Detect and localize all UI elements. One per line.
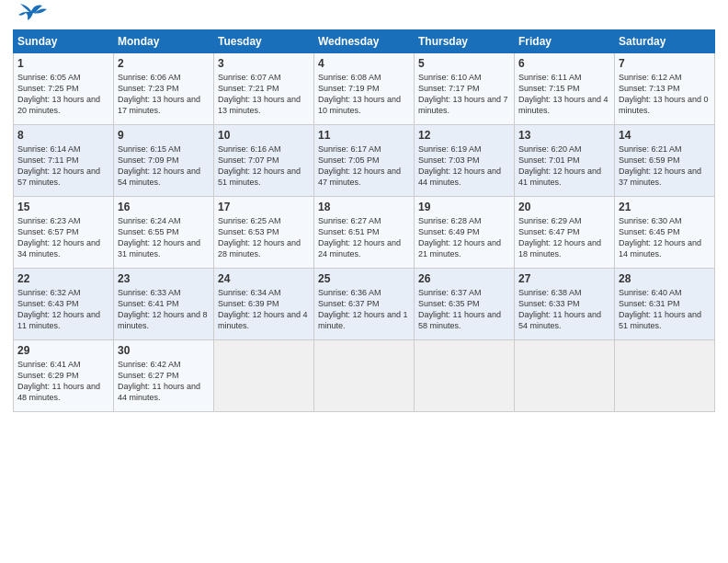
calendar-cell: 9Sunrise: 6:15 AMSunset: 7:09 PMDaylight… [114, 125, 214, 197]
day-number: 24 [218, 272, 310, 285]
calendar-cell: 17Sunrise: 6:25 AMSunset: 6:53 PMDayligh… [214, 197, 314, 269]
day-number: 28 [619, 272, 711, 285]
cell-text: Sunrise: 6:28 AMSunset: 6:49 PMDaylight:… [418, 216, 501, 259]
day-number: 15 [17, 201, 109, 213]
cell-text: Sunrise: 6:40 AMSunset: 6:31 PMDaylight:… [619, 288, 701, 330]
day-number: 21 [619, 201, 711, 213]
day-number: 4 [318, 57, 410, 70]
day-number: 16 [118, 201, 210, 213]
day-number: 25 [318, 272, 410, 285]
cell-text: Sunrise: 6:25 AMSunset: 6:53 PMDaylight:… [218, 216, 301, 259]
calendar-cell [314, 340, 415, 412]
day-number: 12 [418, 129, 510, 142]
calendar-cell: 2Sunrise: 6:06 AMSunset: 7:23 PMDaylight… [114, 53, 214, 125]
calendar-cell: 19Sunrise: 6:28 AMSunset: 6:49 PMDayligh… [415, 197, 515, 269]
header [13, 9, 715, 22]
calendar-cell: 14Sunrise: 6:21 AMSunset: 6:59 PMDayligh… [615, 125, 715, 197]
week-row-4: 22Sunrise: 6:32 AMSunset: 6:43 PMDayligh… [14, 269, 715, 340]
col-header-wednesday: Wednesday [314, 30, 415, 53]
calendar-cell: 5Sunrise: 6:10 AMSunset: 7:17 PMDaylight… [415, 53, 515, 125]
cell-text: Sunrise: 6:33 AMSunset: 6:41 PMDaylight:… [118, 288, 208, 330]
calendar-cell: 11Sunrise: 6:17 AMSunset: 7:05 PMDayligh… [314, 125, 415, 197]
week-row-3: 15Sunrise: 6:23 AMSunset: 6:57 PMDayligh… [14, 197, 715, 269]
calendar-cell [515, 340, 615, 412]
calendar-cell: 30Sunrise: 6:42 AMSunset: 6:27 PMDayligh… [114, 340, 214, 412]
cell-text: Sunrise: 6:17 AMSunset: 7:05 PMDaylight:… [318, 144, 401, 187]
day-number: 13 [518, 129, 610, 142]
day-number: 30 [118, 344, 210, 357]
calendar-cell: 10Sunrise: 6:16 AMSunset: 7:07 PMDayligh… [214, 125, 314, 197]
day-number: 14 [619, 129, 711, 142]
cell-text: Sunrise: 6:29 AMSunset: 6:47 PMDaylight:… [518, 216, 601, 259]
calendar-cell: 18Sunrise: 6:27 AMSunset: 6:51 PMDayligh… [314, 197, 415, 269]
day-number: 22 [17, 272, 109, 285]
day-number: 3 [218, 57, 310, 70]
col-header-tuesday: Tuesday [214, 30, 314, 53]
cell-text: Sunrise: 6:05 AMSunset: 7:25 PMDaylight:… [17, 73, 100, 115]
cell-text: Sunrise: 6:14 AMSunset: 7:11 PMDaylight:… [17, 144, 100, 187]
day-number: 26 [418, 272, 510, 285]
calendar-cell [214, 340, 314, 412]
cell-text: Sunrise: 6:24 AMSunset: 6:55 PMDaylight:… [118, 216, 200, 259]
calendar-cell: 22Sunrise: 6:32 AMSunset: 6:43 PMDayligh… [14, 269, 114, 340]
day-number: 10 [218, 129, 310, 142]
col-header-friday: Friday [515, 30, 615, 53]
calendar-table: SundayMondayTuesdayWednesdayThursdayFrid… [13, 29, 715, 412]
header-row: SundayMondayTuesdayWednesdayThursdayFrid… [14, 30, 715, 53]
day-number: 5 [418, 57, 510, 70]
cell-text: Sunrise: 6:16 AMSunset: 7:07 PMDaylight:… [218, 144, 301, 187]
calendar-cell: 3Sunrise: 6:07 AMSunset: 7:21 PMDaylight… [214, 53, 314, 125]
bird-icon [15, 2, 48, 22]
day-number: 27 [518, 272, 610, 285]
day-number: 2 [118, 57, 210, 70]
day-number: 19 [418, 201, 510, 213]
calendar-cell [415, 340, 515, 412]
calendar-cell: 21Sunrise: 6:30 AMSunset: 6:45 PMDayligh… [615, 197, 715, 269]
cell-text: Sunrise: 6:11 AMSunset: 7:15 PMDaylight:… [518, 73, 609, 115]
calendar-cell: 4Sunrise: 6:08 AMSunset: 7:19 PMDaylight… [314, 53, 415, 125]
page-container: SundayMondayTuesdayWednesdayThursdayFrid… [0, 0, 728, 421]
cell-text: Sunrise: 6:42 AMSunset: 6:27 PMDaylight:… [118, 360, 200, 402]
cell-text: Sunrise: 6:37 AMSunset: 6:35 PMDaylight:… [418, 288, 501, 330]
cell-text: Sunrise: 6:10 AMSunset: 7:17 PMDaylight:… [418, 73, 508, 115]
cell-text: Sunrise: 6:27 AMSunset: 6:51 PMDaylight:… [318, 216, 401, 259]
logo [13, 9, 48, 22]
day-number: 6 [518, 57, 610, 70]
calendar-cell: 15Sunrise: 6:23 AMSunset: 6:57 PMDayligh… [14, 197, 114, 269]
calendar-cell [615, 340, 715, 412]
day-number: 11 [318, 129, 410, 142]
week-row-1: 1Sunrise: 6:05 AMSunset: 7:25 PMDaylight… [14, 53, 715, 125]
calendar-cell: 23Sunrise: 6:33 AMSunset: 6:41 PMDayligh… [114, 269, 214, 340]
week-row-5: 29Sunrise: 6:41 AMSunset: 6:29 PMDayligh… [14, 340, 715, 412]
calendar-cell: 7Sunrise: 6:12 AMSunset: 7:13 PMDaylight… [615, 53, 715, 125]
day-number: 17 [218, 201, 310, 213]
day-number: 9 [118, 129, 210, 142]
cell-text: Sunrise: 6:15 AMSunset: 7:09 PMDaylight:… [118, 144, 200, 187]
calendar-cell: 13Sunrise: 6:20 AMSunset: 7:01 PMDayligh… [515, 125, 615, 197]
day-number: 18 [318, 201, 410, 213]
calendar-cell: 26Sunrise: 6:37 AMSunset: 6:35 PMDayligh… [415, 269, 515, 340]
cell-text: Sunrise: 6:19 AMSunset: 7:03 PMDaylight:… [418, 144, 501, 187]
cell-text: Sunrise: 6:32 AMSunset: 6:43 PMDaylight:… [17, 288, 100, 330]
cell-text: Sunrise: 6:36 AMSunset: 6:37 PMDaylight:… [318, 288, 408, 330]
day-number: 7 [619, 57, 711, 70]
calendar-cell: 8Sunrise: 6:14 AMSunset: 7:11 PMDaylight… [14, 125, 114, 197]
day-number: 1 [17, 57, 109, 70]
calendar-cell: 20Sunrise: 6:29 AMSunset: 6:47 PMDayligh… [515, 197, 615, 269]
cell-text: Sunrise: 6:30 AMSunset: 6:45 PMDaylight:… [619, 216, 701, 259]
cell-text: Sunrise: 6:08 AMSunset: 7:19 PMDaylight:… [318, 73, 401, 115]
day-number: 23 [118, 272, 210, 285]
col-header-saturday: Saturday [615, 30, 715, 53]
calendar-cell: 1Sunrise: 6:05 AMSunset: 7:25 PMDaylight… [14, 53, 114, 125]
calendar-cell: 25Sunrise: 6:36 AMSunset: 6:37 PMDayligh… [314, 269, 415, 340]
day-number: 8 [17, 129, 109, 142]
cell-text: Sunrise: 6:07 AMSunset: 7:21 PMDaylight:… [218, 73, 301, 115]
calendar-cell: 24Sunrise: 6:34 AMSunset: 6:39 PMDayligh… [214, 269, 314, 340]
cell-text: Sunrise: 6:06 AMSunset: 7:23 PMDaylight:… [118, 73, 200, 115]
calendar-cell: 28Sunrise: 6:40 AMSunset: 6:31 PMDayligh… [615, 269, 715, 340]
col-header-monday: Monday [114, 30, 214, 53]
week-row-2: 8Sunrise: 6:14 AMSunset: 7:11 PMDaylight… [14, 125, 715, 197]
calendar-cell: 6Sunrise: 6:11 AMSunset: 7:15 PMDaylight… [515, 53, 615, 125]
calendar-cell: 16Sunrise: 6:24 AMSunset: 6:55 PMDayligh… [114, 197, 214, 269]
calendar-cell: 27Sunrise: 6:38 AMSunset: 6:33 PMDayligh… [515, 269, 615, 340]
